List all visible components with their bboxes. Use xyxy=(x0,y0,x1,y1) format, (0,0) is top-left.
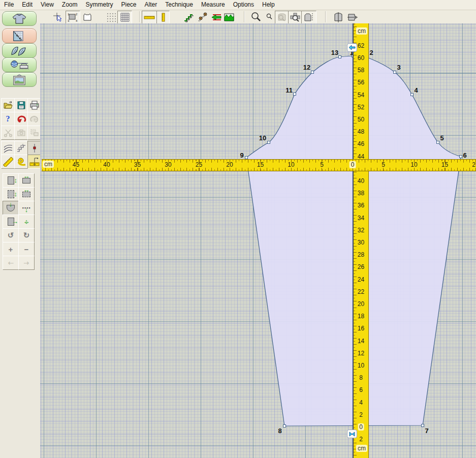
vertex-handle-12[interactable] xyxy=(311,71,314,74)
help-button[interactable]: ? xyxy=(1,112,15,126)
vertex-handle-8[interactable] xyxy=(283,425,286,428)
zoom-to-piece-button[interactable] xyxy=(275,11,289,24)
diagonal-ruler-icon xyxy=(3,157,13,167)
nudge-right-button[interactable]: ⇢ xyxy=(18,256,35,270)
menu-item-alter[interactable]: Alter xyxy=(141,0,162,10)
line-grid-button[interactable] xyxy=(117,11,132,24)
end-marker-button[interactable] xyxy=(347,430,357,438)
zoom-plus-button[interactable]: + xyxy=(3,242,19,256)
menu-item-help[interactable]: Help xyxy=(258,0,279,10)
picture-frame-icon xyxy=(11,74,28,86)
vertical-marker-button[interactable] xyxy=(27,141,41,155)
v-ruler-number: 16 xyxy=(358,325,364,332)
open-button[interactable] xyxy=(1,98,15,112)
print-button[interactable] xyxy=(27,98,41,112)
menu-item-options[interactable]: Options xyxy=(229,0,258,10)
v-ruler-number: 32 xyxy=(358,227,364,234)
camera-icon xyxy=(16,128,26,137)
toolbar: 21 34 xyxy=(0,10,476,24)
stitch-designer-button[interactable] xyxy=(2,57,37,72)
vertex-handle-9[interactable] xyxy=(245,157,248,159)
redo-button[interactable] xyxy=(27,112,41,126)
rotate-ccw-button[interactable]: ↺ xyxy=(3,228,19,242)
point-label-10: 10 xyxy=(259,134,266,142)
stretch-horizontal-selected-button[interactable]: ↔ xyxy=(18,187,35,201)
diagonal-ruler-button[interactable] xyxy=(1,155,15,169)
vertex-handle-7[interactable] xyxy=(422,424,424,427)
menu-item-file[interactable]: File xyxy=(0,0,18,10)
horizontal-ruler[interactable]: cm 4540353025201510505101520 xyxy=(42,159,476,171)
dashed-arrow-left-icon: ⇠ xyxy=(8,259,14,267)
vertical-ruler-button[interactable] xyxy=(156,11,170,24)
free-curves-button[interactable] xyxy=(1,141,15,155)
menu-item-symmetry[interactable]: Symmetry xyxy=(82,0,117,10)
point-label-4: 4 xyxy=(414,86,418,94)
sleeve-pattern-drawing[interactable]: 12345678910111213 xyxy=(40,23,476,458)
menu-item-edit[interactable]: Edit xyxy=(18,0,37,10)
point-label-5: 5 xyxy=(440,134,443,142)
stretch-vertical-button[interactable]: ↕ xyxy=(3,173,19,188)
original-pattern-pieces-button[interactable] xyxy=(2,43,37,58)
stretch-horizontal-button[interactable]: ↔ xyxy=(18,173,35,188)
vertex-handle-5[interactable] xyxy=(437,141,439,144)
standard-garment-styling-button[interactable] xyxy=(2,11,37,26)
tape-measure-button[interactable] xyxy=(14,155,28,169)
horizontal-ruler-button[interactable] xyxy=(142,11,157,24)
piece-numbers-button[interactable]: 21 34 xyxy=(66,11,80,24)
garment-piece-button[interactable] xyxy=(80,11,94,24)
nudge-left-button[interactable]: ⇠ xyxy=(3,256,19,270)
menu-item-view[interactable]: View xyxy=(37,0,58,10)
steps-points-button[interactable] xyxy=(195,11,210,24)
curve-depth-button[interactable]: ↓ xyxy=(3,201,19,215)
pattern-drafting-button[interactable] xyxy=(2,28,37,43)
question-mark-icon: ? xyxy=(6,114,10,124)
dot-grid-button[interactable] xyxy=(104,11,118,24)
zoom-minus-button[interactable]: − xyxy=(18,242,35,256)
snapshot-button[interactable] xyxy=(14,126,28,140)
steps-smoothing-button[interactable] xyxy=(182,11,196,24)
steps-button[interactable] xyxy=(14,141,28,155)
vertex-handle-13[interactable] xyxy=(339,56,341,58)
v-ruler-number: 34 xyxy=(358,215,364,222)
h-ruler-number: 40 xyxy=(103,161,110,168)
vertex-handle-6[interactable] xyxy=(460,156,462,158)
insert-row-button[interactable] xyxy=(209,11,223,24)
stitch-pattern-button[interactable] xyxy=(222,11,236,24)
vertex-handle-3[interactable] xyxy=(394,71,396,74)
stretch-vertical-selected-button[interactable]: ↕ xyxy=(3,187,19,201)
vertex-handle-4[interactable] xyxy=(411,94,414,96)
save-button[interactable] xyxy=(14,98,28,112)
menu-item-zoom[interactable]: Zoom xyxy=(58,0,82,10)
v-ruler-number: 26 xyxy=(358,263,364,270)
zoom-out-button[interactable] xyxy=(263,11,275,24)
pattern-canvas[interactable]: 12345678910111213 cm 6260585654525048464… xyxy=(40,23,476,458)
ruler-origin-button[interactable] xyxy=(27,155,41,169)
move-piece-button[interactable]: → xyxy=(3,215,19,229)
piece-rect-dotted-icon xyxy=(8,190,14,198)
v-ruler-number: 46 xyxy=(358,140,364,147)
menu-item-technique[interactable]: Technique xyxy=(161,0,197,10)
pointer-crosshair-button[interactable] xyxy=(51,11,66,24)
split-piece-horizontal-button[interactable] xyxy=(345,11,360,24)
menu-item-piece[interactable]: Piece xyxy=(117,0,141,10)
undo-button[interactable] xyxy=(14,112,28,126)
graphics-studio-button[interactable] xyxy=(2,72,37,87)
cut-button[interactable] xyxy=(1,126,15,140)
vertical-ruler[interactable]: cm 6260585654525048464442403836343230282… xyxy=(353,23,369,458)
curve-depth-selected-button[interactable]: ▪▪▪▪ ↓ xyxy=(18,201,35,215)
rotate-cw-button[interactable]: ↻ xyxy=(18,228,35,242)
menu-item-measure[interactable]: Measure xyxy=(197,0,229,10)
v-ruler-number: 2 xyxy=(359,411,363,418)
move-free-button[interactable]: ↔ ↕ xyxy=(18,215,35,229)
paste-piece-button[interactable] xyxy=(27,126,41,140)
split-garment-vertical-button[interactable] xyxy=(331,11,346,24)
zoom-all-pieces-button[interactable] xyxy=(288,11,302,24)
garment-piece-icon xyxy=(82,12,93,22)
h-ruler-number: 10 xyxy=(288,161,294,168)
vertex-handle-11[interactable] xyxy=(294,93,296,96)
paste-shape-icon xyxy=(29,128,40,137)
vertex-handle-10[interactable] xyxy=(268,141,270,144)
piece-dotted-button[interactable] xyxy=(301,11,316,24)
start-marker-button[interactable] xyxy=(347,43,357,52)
zoom-in-button[interactable] xyxy=(248,11,264,24)
